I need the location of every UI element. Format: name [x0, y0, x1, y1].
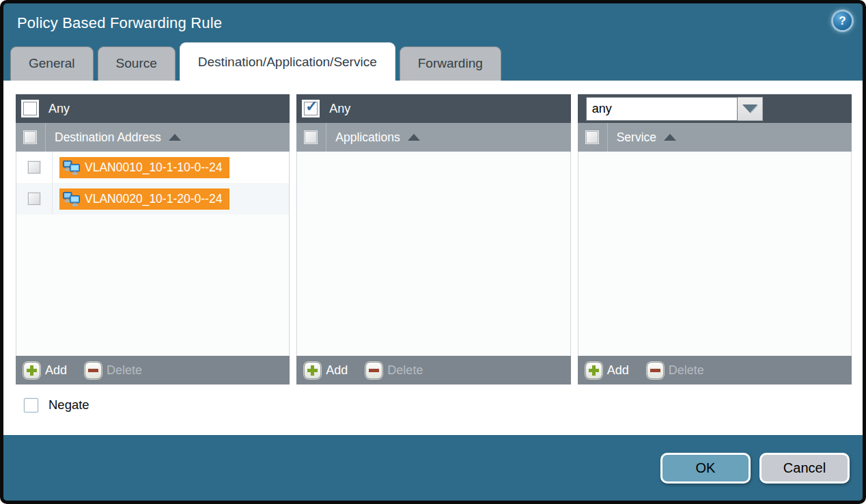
sort-ascending-icon[interactable]	[664, 134, 676, 141]
applications-panel: ✓ Any Applications Add	[296, 94, 570, 384]
tab-general[interactable]: General	[10, 46, 94, 81]
service-type-selected-value[interactable]: any	[586, 97, 738, 121]
minus-icon	[365, 362, 382, 379]
applications-column-header: Applications	[296, 123, 570, 152]
add-button-label: Add	[326, 363, 348, 378]
row-checkbox[interactable]	[28, 193, 40, 205]
service-rows	[578, 152, 852, 356]
network-address-icon	[63, 192, 80, 206]
negate-row: Negate	[16, 397, 852, 412]
ok-button[interactable]: OK	[660, 453, 751, 484]
applications-rows	[296, 152, 570, 356]
minus-icon	[647, 362, 664, 379]
applications-footer-bar: Add Delete	[296, 356, 570, 384]
table-row[interactable]: VLAN0010_10-1-10-0--24	[16, 152, 289, 183]
dialog-titlebar: Policy Based Forwarding Rule ?	[3, 3, 863, 42]
sort-ascending-icon[interactable]	[408, 134, 420, 141]
table-row[interactable]: VLAN0020_10-1-20-0--24	[16, 183, 289, 214]
destination-footer-bar: Add Delete	[16, 356, 290, 384]
address-object-name: VLAN0020_10-1-20-0--24	[85, 192, 222, 206]
destination-any-label: Any	[48, 102, 70, 116]
applications-column-title[interactable]: Applications	[335, 130, 400, 145]
page-title: Policy Based Forwarding Rule	[17, 14, 222, 32]
negate-checkbox[interactable]	[24, 398, 38, 412]
address-object-chip[interactable]: VLAN0010_10-1-10-0--24	[59, 157, 229, 178]
header-divider	[326, 123, 326, 152]
delete-button[interactable]: Delete	[647, 362, 704, 379]
applications-select-all-checkbox[interactable]	[305, 131, 317, 143]
delete-button[interactable]: Delete	[85, 362, 142, 379]
destination-column-title[interactable]: Destination Address	[55, 130, 161, 145]
tab-forwarding[interactable]: Forwarding	[400, 46, 501, 81]
add-button-label: Add	[607, 363, 629, 378]
address-object-name: VLAN0010_10-1-10-0--24	[85, 160, 222, 175]
tab-destination-application-service[interactable]: Destination/Application/Service	[180, 42, 395, 81]
check-icon: ✓	[305, 98, 318, 115]
add-button-label: Add	[45, 363, 67, 378]
add-button[interactable]: Add	[23, 362, 67, 379]
columns-container: ✓ Any Destination Address	[16, 94, 852, 384]
row-checkbox[interactable]	[28, 161, 40, 173]
service-panel: any Service	[578, 94, 852, 384]
plus-icon	[23, 362, 40, 379]
tab-source[interactable]: Source	[98, 46, 176, 81]
destination-any-bar: ✓ Any	[16, 94, 290, 123]
row-checkbox-cell	[16, 183, 53, 214]
chevron-down-icon	[742, 104, 757, 113]
applications-any-label: Any	[329, 102, 350, 116]
negate-label: Negate	[48, 397, 89, 412]
cancel-button[interactable]: Cancel	[759, 453, 850, 484]
destination-rows: VLAN0010_10-1-10-0--24	[16, 152, 290, 356]
plus-icon	[304, 362, 321, 379]
service-column-header: Service	[578, 123, 852, 152]
policy-based-forwarding-dialog: Policy Based Forwarding Rule ? General S…	[0, 0, 866, 504]
dialog-frame: Policy Based Forwarding Rule ? General S…	[0, 0, 866, 504]
applications-any-bar: ✓ Any	[296, 94, 570, 123]
add-button[interactable]: Add	[585, 362, 629, 379]
service-column-title[interactable]: Service	[617, 130, 656, 145]
destination-any-checkbox[interactable]: ✓	[23, 102, 37, 115]
network-address-icon	[63, 160, 80, 175]
row-checkbox-cell	[16, 152, 53, 183]
sort-ascending-icon[interactable]	[169, 134, 181, 141]
destination-select-all-checkbox[interactable]	[24, 131, 36, 143]
tab-content: ✓ Any Destination Address	[3, 81, 863, 435]
service-any-bar: any	[578, 94, 852, 123]
delete-button-label: Delete	[107, 363, 142, 378]
header-divider	[607, 123, 608, 152]
minus-icon	[85, 362, 102, 379]
help-glyph: ?	[839, 14, 846, 28]
dialog-action-bar: OK Cancel	[3, 435, 863, 501]
service-select-all-checkbox[interactable]	[586, 131, 598, 143]
service-footer-bar: Add Delete	[578, 356, 852, 384]
dropdown-button[interactable]	[738, 97, 763, 121]
delete-button-label: Delete	[669, 363, 704, 378]
help-icon[interactable]: ?	[833, 12, 852, 30]
header-divider	[45, 123, 46, 152]
address-object-chip[interactable]: VLAN0020_10-1-20-0--24	[59, 188, 229, 210]
add-button[interactable]: Add	[304, 362, 348, 379]
service-type-dropdown[interactable]: any	[586, 97, 763, 121]
tab-bar: General Source Destination/Application/S…	[3, 42, 863, 81]
destination-column-header: Destination Address	[16, 123, 290, 152]
delete-button-label: Delete	[387, 363, 423, 378]
delete-button[interactable]: Delete	[365, 362, 423, 379]
applications-any-checkbox[interactable]: ✓	[304, 102, 318, 115]
plus-icon	[585, 362, 602, 379]
destination-address-panel: ✓ Any Destination Address	[16, 94, 290, 384]
